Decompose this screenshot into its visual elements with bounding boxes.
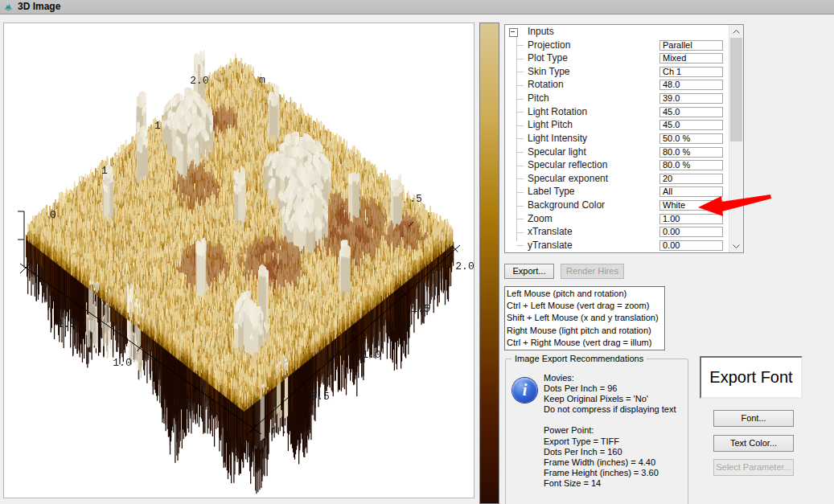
mouse-help-line[interactable]: Ctrl + Right Mouse (vert drag = illum) bbox=[507, 337, 664, 349]
export-button[interactable]: Export... bbox=[504, 264, 554, 279]
mouse-help-line[interactable]: Shift + Left Mouse (x and y translation) bbox=[507, 312, 664, 324]
property-value-field[interactable]: Ch 1 bbox=[659, 67, 723, 77]
property-label: Label Type bbox=[528, 186, 575, 197]
property-value-field[interactable]: 80.0 % bbox=[659, 147, 723, 158]
recommendation-line: Font Size = 14 bbox=[544, 478, 676, 489]
property-row: Plot TypeMixed bbox=[505, 52, 729, 66]
recommendation-line: Export Type = TIFF bbox=[544, 436, 676, 447]
property-label: Zoom bbox=[528, 213, 553, 224]
tree-branch bbox=[516, 138, 524, 139]
property-row: yTranslate0.00 bbox=[505, 239, 729, 252]
tree-branch bbox=[516, 85, 524, 86]
window-title: 3D Image bbox=[18, 1, 60, 12]
chevron-down-icon bbox=[733, 244, 740, 248]
export-font-preview: Export Font bbox=[700, 356, 803, 399]
recommendation-line: Dots Per Inch = 96 bbox=[544, 383, 676, 394]
tree-branch bbox=[516, 178, 524, 179]
property-value-field[interactable]: 45.0 bbox=[659, 120, 723, 130]
property-row: Label TypeAll bbox=[505, 186, 729, 199]
select-parameter-button: Select Parameter... bbox=[713, 459, 794, 476]
property-row: Light Pitch45.0 bbox=[505, 119, 729, 133]
tree-branch bbox=[516, 99, 524, 100]
recommendation-line: Power Point: bbox=[544, 425, 676, 436]
property-value-field[interactable]: Mixed bbox=[659, 53, 723, 64]
property-group-label: Inputs bbox=[528, 26, 554, 37]
property-group-header: Inputs bbox=[505, 25, 743, 39]
recommendation-line: Frame Width (inches) = 4.40 bbox=[544, 457, 676, 468]
recommendations-text: Movies:Dots Per Inch = 96Keep Original P… bbox=[544, 373, 676, 489]
scroll-up-button[interactable] bbox=[729, 25, 743, 38]
recommendation-line: Frame Height (inches) = 3.60 bbox=[544, 468, 676, 478]
3d-surface-plot[interactable] bbox=[4, 23, 474, 498]
property-row: Skin TypeCh 1 bbox=[505, 65, 729, 79]
mouse-help-listbox[interactable]: Left Mouse (pitch and rotation)Ctrl + Le… bbox=[504, 286, 665, 350]
chevron-up-icon bbox=[733, 30, 740, 34]
tree-branch bbox=[516, 166, 524, 166]
tree-branch bbox=[516, 192, 524, 193]
groupbox-title: Image Export Recommendations bbox=[511, 354, 647, 363]
property-label: Background Color bbox=[528, 199, 605, 211]
property-label: Light Rotation bbox=[528, 106, 587, 117]
tree-branch bbox=[516, 152, 524, 153]
property-value-field[interactable]: 48.0 bbox=[659, 80, 723, 90]
collapse-toggle-icon[interactable] bbox=[509, 28, 518, 37]
mouse-help-line[interactable]: Left Mouse (pitch and rotation) bbox=[507, 288, 664, 300]
property-row: xTranslate0.00 bbox=[505, 226, 729, 240]
property-value-field[interactable]: 50.0 % bbox=[659, 133, 723, 144]
recommendation-line bbox=[544, 415, 676, 425]
window-icon bbox=[3, 2, 14, 12]
title-bar[interactable]: 3D Image bbox=[0, 0, 834, 14]
tree-branch bbox=[516, 206, 524, 207]
property-label: Rotation bbox=[528, 79, 564, 90]
property-label: yTranslate bbox=[528, 240, 573, 251]
property-label: Plot Type bbox=[528, 52, 568, 64]
property-value-field[interactable]: Parallel bbox=[659, 40, 723, 51]
property-value-field[interactable]: All bbox=[659, 186, 723, 197]
property-value-field[interactable]: 80.0 % bbox=[659, 160, 723, 170]
property-label: Projection bbox=[528, 39, 570, 51]
scroll-down-button[interactable] bbox=[729, 240, 743, 252]
property-label: Light Pitch bbox=[528, 119, 573, 130]
tree-branch bbox=[516, 112, 524, 113]
property-row: Background ColorWhite bbox=[505, 199, 729, 213]
tree-branch bbox=[516, 245, 524, 246]
render-hires-button: Render Hires bbox=[561, 264, 624, 279]
property-row: Rotation48.0 bbox=[505, 79, 729, 92]
inputs-property-grid: Inputs ProjectionParallelPlot TypeMixedS… bbox=[504, 24, 744, 253]
mouse-help-line[interactable]: Ctrl + Left Mouse (vert drag = zoom) bbox=[507, 300, 664, 312]
property-value-field[interactable]: White bbox=[659, 200, 723, 211]
property-row: Light Intensity50.0 % bbox=[505, 132, 729, 145]
property-value-field[interactable]: 0.00 bbox=[659, 240, 723, 251]
tree-branch bbox=[516, 59, 524, 59]
recommendation-line: Do not compress if displaying text bbox=[544, 404, 676, 415]
property-row: ProjectionParallel bbox=[505, 39, 729, 52]
tree-branch bbox=[516, 72, 524, 72]
property-row: Zoom1.00 bbox=[505, 212, 729, 226]
property-value-field[interactable]: 45.0 bbox=[659, 107, 723, 117]
property-row: Specular reflection80.0 % bbox=[505, 159, 729, 173]
property-row: Specular light80.0 % bbox=[505, 145, 729, 159]
recommendation-line: Dots Per Inch = 160 bbox=[544, 447, 676, 457]
property-label: Specular light bbox=[528, 146, 586, 158]
property-label: Specular reflection bbox=[528, 159, 607, 170]
tree-branch bbox=[516, 45, 524, 46]
property-value-field[interactable]: 0.00 bbox=[659, 227, 723, 237]
mouse-help-line[interactable]: Right Mouse (light pitch and rotation) bbox=[507, 325, 664, 337]
info-icon: i bbox=[512, 378, 537, 403]
scrollbar-thumb[interactable] bbox=[730, 38, 742, 141]
plot-panel: 0112.01.51.00.50.51.01.52.0m.5 bbox=[3, 23, 475, 498]
property-row: Specular exponent20 bbox=[505, 172, 729, 186]
property-row: Light Rotation45.0 bbox=[505, 105, 729, 119]
property-grid-scrollbar[interactable] bbox=[729, 25, 743, 252]
property-label: Light Intensity bbox=[528, 133, 587, 144]
recommendation-line: Movies: bbox=[544, 373, 676, 383]
property-row: Pitch39.0 bbox=[505, 92, 729, 106]
property-value-field[interactable]: 1.00 bbox=[659, 214, 723, 224]
property-value-field[interactable]: 39.0 bbox=[659, 93, 723, 104]
tree-branch bbox=[516, 125, 524, 126]
property-label: xTranslate bbox=[528, 226, 573, 237]
text-color-button[interactable]: Text Color... bbox=[713, 435, 794, 452]
property-value-field[interactable]: 20 bbox=[659, 174, 723, 184]
app-window: { "window": { "title": "3D Image" }, "pa… bbox=[0, 0, 834, 504]
font-button[interactable]: Font... bbox=[713, 410, 794, 427]
